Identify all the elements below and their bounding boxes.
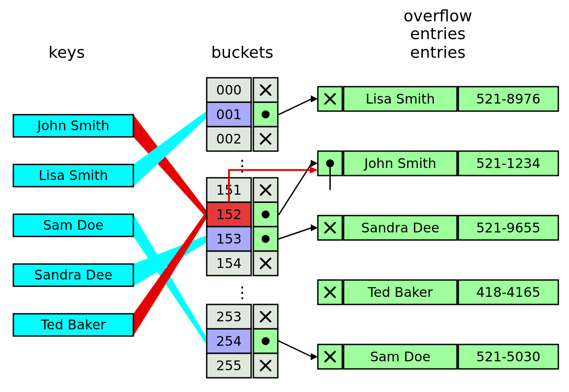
arrowhead-icon (310, 167, 318, 174)
entry-name: Lisa Smith (366, 91, 435, 107)
entry-phone: 521-5030 (476, 349, 540, 364)
entry-name: Ted Baker (367, 284, 433, 300)
bucket-index: 000 (216, 82, 241, 98)
header-overflow-line1: overflow (404, 7, 472, 25)
arrowhead-icon (311, 353, 318, 360)
ptr-dot-icon (262, 211, 270, 219)
key-label: Sandra Dee (34, 267, 112, 283)
header-keys: keys (48, 43, 85, 61)
key-label: Ted Baker (40, 317, 106, 332)
header-buckets: buckets (211, 43, 273, 61)
ptr-dot-icon (262, 337, 270, 345)
vdots-2: ⋮ (234, 283, 250, 301)
header-entries: entries (410, 43, 466, 61)
arrowhead-icon (311, 160, 318, 167)
arrowhead-icon (311, 224, 318, 232)
entry-phone: 418-4165 (476, 284, 540, 300)
bucket-index: 255 (216, 358, 241, 373)
bucket-index: 254 (216, 333, 241, 349)
vdots-1: ⋮ (234, 156, 250, 175)
bucket-index: 002 (216, 131, 241, 147)
header-overflow-line2: entries (410, 24, 466, 43)
buckets-column: 000001002151152153154253254255 (207, 78, 278, 378)
entry-name: Sam Doe (370, 349, 430, 364)
ptr-dot-icon (262, 111, 270, 119)
key-label: John Smith (36, 118, 109, 133)
entry-phone: 521-9655 (476, 220, 540, 236)
bucket-index: 001 (216, 107, 241, 122)
bucket-index: 153 (216, 231, 241, 247)
arrowhead-icon (311, 96, 318, 103)
entry-name: Sandra Dee (361, 220, 440, 236)
key-label: Lisa Smith (39, 168, 108, 183)
bucket-index: 152 (216, 207, 241, 222)
arrows-key-to-bucket (133, 111, 207, 345)
key-label: Sam Doe (43, 217, 104, 233)
entry-phone: 521-1234 (476, 156, 540, 171)
bucket-index: 253 (216, 309, 241, 324)
keys-column: John SmithLisa SmithSam DoeSandra DeeTed… (13, 115, 133, 336)
ptr-dot-icon (262, 235, 270, 243)
entry-name: John Smith (363, 156, 436, 171)
bucket-index: 154 (216, 256, 241, 271)
entries-column: Lisa Smith521-8976John Smith521-1234Sand… (318, 87, 558, 369)
entry-phone: 521-8976 (476, 91, 540, 107)
